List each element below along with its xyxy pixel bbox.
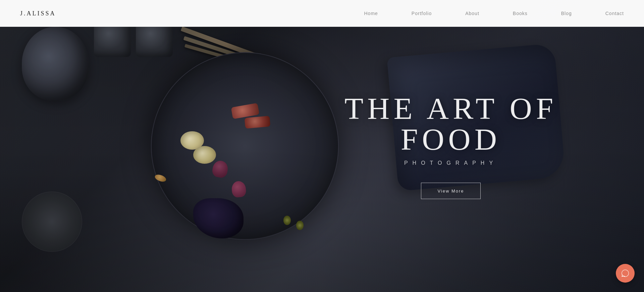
chat-icon: [621, 269, 630, 278]
nav-item-contact[interactable]: Contact: [605, 10, 624, 16]
navbar: J.ALISSA Home Portfolio About Books Blog…: [0, 0, 644, 27]
nav-link-home[interactable]: Home: [364, 11, 378, 16]
nav-item-books[interactable]: Books: [513, 10, 528, 16]
nav-link-books[interactable]: Books: [513, 11, 528, 16]
hero-content: THE ART OF FOOD PHOTOGRAPHY View More: [290, 93, 612, 199]
hero-section: THE ART OF FOOD PHOTOGRAPHY View More: [0, 0, 644, 292]
nav-links: Home Portfolio About Books Blog Contact: [364, 10, 624, 16]
site-logo[interactable]: J.ALISSA: [20, 10, 56, 17]
nav-link-blog[interactable]: Blog: [561, 11, 572, 16]
hero-title: THE ART OF FOOD: [290, 93, 612, 155]
nav-link-contact[interactable]: Contact: [605, 11, 624, 16]
nav-item-home[interactable]: Home: [364, 10, 378, 16]
nav-item-about[interactable]: About: [465, 10, 479, 16]
chat-button[interactable]: [616, 264, 635, 283]
nav-link-portfolio[interactable]: Portfolio: [412, 11, 432, 16]
hero-subtitle: PHOTOGRAPHY: [290, 160, 612, 166]
nav-link-about[interactable]: About: [465, 11, 479, 16]
hero-cta-button[interactable]: View More: [421, 183, 480, 199]
nav-item-portfolio[interactable]: Portfolio: [412, 10, 432, 16]
nav-item-blog[interactable]: Blog: [561, 10, 572, 16]
